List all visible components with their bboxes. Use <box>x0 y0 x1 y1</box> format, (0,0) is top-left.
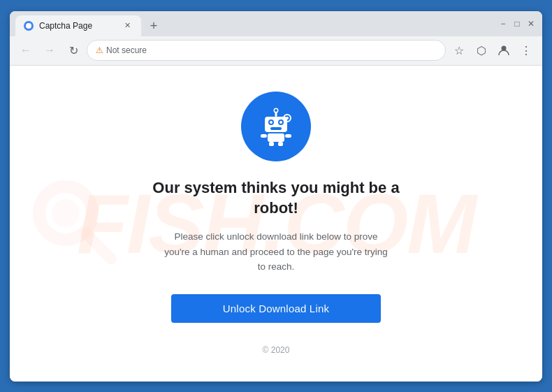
security-label: Not secure <box>106 45 147 55</box>
extensions-button[interactable]: ⬡ <box>471 40 492 61</box>
svg-point-1 <box>39 187 92 240</box>
robot-icon <box>255 106 297 147</box>
back-button[interactable]: ← <box>15 40 36 61</box>
menu-button[interactable]: ⋮ <box>516 40 537 61</box>
svg-rect-17 <box>278 142 283 146</box>
svg-rect-15 <box>285 134 291 138</box>
tab-close-button[interactable]: ✕ <box>122 20 133 31</box>
window-controls: − □ ✕ <box>497 18 537 29</box>
warning-icon: ⚠ <box>96 45 103 55</box>
toolbar-right: ☆ ⬡ ⋮ <box>449 40 537 61</box>
robot-icon-circle <box>241 92 311 161</box>
svg-rect-13 <box>268 133 284 142</box>
browser-window: Captcha Page ✕ + − □ ✕ ← → ↻ ⚠ Not secur… <box>10 11 542 382</box>
title-bar: Captcha Page ✕ + − □ ✕ <box>10 11 542 36</box>
main-card: Our system thinks you might be a robot! … <box>129 78 423 369</box>
page-content: FISH.COM <box>10 66 542 382</box>
toolbar: ← → ↻ ⚠ Not secure ☆ ⬡ ⋮ <box>10 36 542 66</box>
maximize-button[interactable]: □ <box>511 18 523 29</box>
svg-point-8 <box>279 121 282 124</box>
reload-button[interactable]: ↻ <box>63 40 84 61</box>
tab-area: Captcha Page ✕ + <box>15 11 497 36</box>
svg-point-12 <box>275 109 277 112</box>
minimize-button[interactable]: − <box>497 18 509 29</box>
magnifier-watermark <box>31 178 122 269</box>
address-bar[interactable]: ⚠ Not secure <box>87 40 446 61</box>
tab-title: Captcha Page <box>39 21 116 31</box>
security-indicator: ⚠ Not secure <box>96 45 147 55</box>
svg-rect-14 <box>261 134 267 138</box>
new-tab-button[interactable]: + <box>144 17 164 36</box>
svg-rect-9 <box>270 127 282 130</box>
svg-point-2 <box>52 199 80 227</box>
close-button[interactable]: ✕ <box>525 18 537 29</box>
active-tab[interactable]: Captcha Page ✕ <box>15 15 141 36</box>
svg-rect-16 <box>269 142 274 146</box>
forward-button[interactable]: → <box>39 40 60 61</box>
bookmark-button[interactable]: ☆ <box>449 40 470 61</box>
subtext: Please click unlock download link below … <box>164 229 388 275</box>
svg-point-19 <box>286 117 289 119</box>
copyright: © 2020 <box>263 345 290 355</box>
headline: Our system thinks you might be a robot! <box>143 178 409 218</box>
svg-point-7 <box>270 121 273 124</box>
unlock-download-button[interactable]: Unlock Download Link <box>171 294 381 323</box>
svg-line-3 <box>85 233 111 259</box>
tab-favicon <box>24 21 34 31</box>
account-button[interactable] <box>493 40 514 61</box>
